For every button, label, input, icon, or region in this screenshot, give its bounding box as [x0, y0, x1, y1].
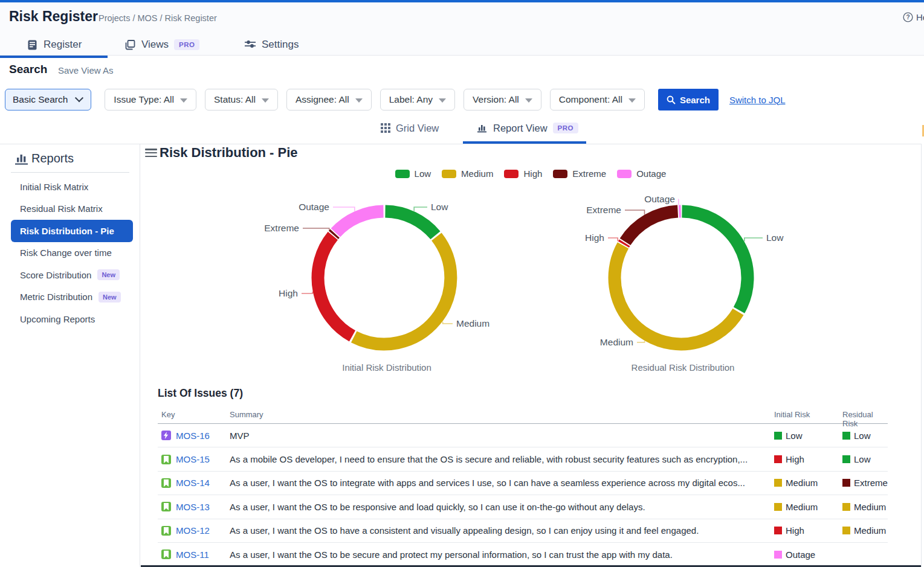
- basic-search-selector[interactable]: Basic Search: [5, 89, 91, 111]
- tab-views[interactable]: Views PRO: [124, 34, 199, 56]
- legend-label: Outage: [636, 168, 666, 179]
- risk-label: Low: [786, 431, 803, 441]
- filter-dropdown-label: Status: All: [214, 94, 256, 105]
- risk-swatch: [774, 455, 782, 463]
- risk-swatch: [842, 432, 850, 440]
- report-menu-icon[interactable]: [145, 149, 157, 158]
- sidebar-item-label: Risk Change over time: [20, 248, 112, 258]
- views-pro-badge: PRO: [174, 39, 199, 50]
- sidebar-item-risk-change-over-time[interactable]: Risk Change over time: [11, 242, 133, 264]
- sidebar-item-score-distribution[interactable]: Score DistributionNew: [11, 264, 133, 286]
- legend-swatch: [553, 170, 567, 178]
- filter-dropdown[interactable]: Issue Type: All: [105, 89, 196, 111]
- app-title: Risk Register: [9, 8, 98, 25]
- filter-dropdown[interactable]: Status: All: [205, 89, 278, 111]
- donut-segment-low[interactable]: [682, 211, 748, 310]
- issue-key-link[interactable]: MOS-13: [176, 502, 210, 512]
- tab-register[interactable]: Register: [27, 34, 82, 56]
- donut-segment-extreme[interactable]: [334, 234, 335, 235]
- label-leader-line: [637, 341, 645, 342]
- sidebar-item-initial-risk-matrix[interactable]: Initial Risk Matrix: [11, 176, 133, 198]
- risk-label: Low: [854, 431, 871, 441]
- donut-segment-high[interactable]: [624, 243, 625, 245]
- donut-segment-extreme[interactable]: [625, 211, 678, 242]
- residual-risk-cell: Low: [842, 447, 871, 470]
- key-cell: MOS-13: [161, 495, 210, 518]
- key-cell: MOS-12: [161, 519, 210, 542]
- legend-item-low[interactable]: Low: [395, 168, 431, 179]
- register-book-icon: [27, 39, 38, 51]
- key-cell: MOS-14: [161, 472, 210, 495]
- story-icon: [161, 478, 171, 488]
- page: Risk Register Projects / MOS / Risk Regi…: [0, 0, 924, 567]
- initial-risk-cell: Medium: [774, 472, 818, 495]
- filter-dropdown[interactable]: Label: Any: [380, 89, 455, 111]
- label-leader-line: [625, 210, 645, 214]
- initial-risk-donut-chart[interactable]: LowMediumHighExtremeOutage: [254, 192, 532, 361]
- caret-down-icon: [180, 98, 187, 103]
- donut-segment-medium[interactable]: [615, 245, 738, 344]
- issue-key-link[interactable]: MOS-16: [176, 431, 210, 441]
- filter-dropdown[interactable]: Assignee: All: [286, 89, 372, 111]
- tab-settings[interactable]: Settings: [244, 34, 299, 56]
- risk-label: Medium: [786, 502, 818, 512]
- new-badge: New: [97, 269, 120, 280]
- svg-text:?: ?: [906, 14, 909, 21]
- donut-segment-high[interactable]: [318, 236, 352, 336]
- save-view-as-link[interactable]: Save View As: [58, 65, 113, 75]
- sidebar-item-residual-risk-matrix[interactable]: Residual Risk Matrix: [11, 198, 133, 220]
- label-leader-line: [303, 228, 329, 230]
- reports-sidebar: Reports Initial Risk MatrixResidual Risk…: [0, 144, 140, 567]
- caret-down-icon: [262, 98, 269, 103]
- story-icon: [161, 549, 171, 559]
- help-button[interactable]: ? Help: [903, 12, 924, 22]
- legend-item-extreme[interactable]: Extreme: [553, 168, 606, 179]
- sidebar-item-label: Initial Risk Matrix: [20, 182, 88, 192]
- legend-item-outage[interactable]: Outage: [617, 168, 666, 179]
- list-of-issues-heading: List Of Issues (7): [158, 387, 243, 400]
- sidebar-item-risk-distribution-pie[interactable]: Risk Distribution - Pie: [11, 220, 133, 242]
- table-row: MOS-12As a user, I want the OS to have a…: [158, 519, 888, 543]
- donut-segment-low[interactable]: [386, 211, 436, 235]
- tab-settings-label: Settings: [262, 39, 299, 51]
- risk-label: Medium: [854, 525, 886, 536]
- segment-label-outage: Outage: [644, 194, 675, 204]
- summary-cell: MVP: [230, 424, 764, 447]
- label-leader-line: [443, 322, 453, 324]
- legend-item-high[interactable]: High: [504, 168, 542, 179]
- breadcrumb[interactable]: Projects / MOS / Risk Register: [99, 13, 217, 23]
- issue-key-link[interactable]: MOS-11: [176, 549, 209, 560]
- switch-to-jql-link[interactable]: Switch to JQL: [729, 95, 786, 105]
- tab-grid-view[interactable]: Grid View: [381, 118, 439, 138]
- donut-segment-outage[interactable]: [335, 211, 383, 232]
- basic-search-label: Basic Search: [13, 94, 68, 105]
- legend-label: High: [523, 168, 542, 179]
- column-header-summary: Summary: [230, 410, 263, 419]
- active-tab-underline: [0, 56, 108, 58]
- segment-label-high: High: [279, 288, 298, 298]
- risk-swatch: [842, 455, 850, 463]
- segment-label-low: Low: [431, 202, 448, 212]
- reports-heading: Reports: [31, 152, 74, 165]
- legend-swatch: [504, 170, 519, 178]
- tab-grid-view-label: Grid View: [396, 123, 439, 134]
- legend-swatch: [617, 170, 632, 178]
- donut-segment-medium[interactable]: [354, 237, 451, 344]
- legend-swatch: [442, 170, 456, 178]
- summary-cell: As a user, I want the OS to integrate wi…: [230, 472, 764, 495]
- risk-label: Extreme: [854, 478, 888, 488]
- issue-key-link[interactable]: MOS-14: [176, 478, 210, 488]
- residual-risk-donut-chart[interactable]: LowMediumHighExtremeOutage: [544, 192, 822, 361]
- filter-dropdown[interactable]: Component: All: [550, 89, 645, 111]
- sidebar-item-upcoming-reports[interactable]: Upcoming Reports: [11, 308, 133, 330]
- search-button[interactable]: Search: [658, 89, 719, 111]
- help-label: Help: [916, 12, 924, 22]
- issue-key-link[interactable]: MOS-15: [176, 454, 210, 464]
- views-windows-icon: [124, 39, 136, 51]
- legend-item-medium[interactable]: Medium: [442, 168, 493, 179]
- tab-report-view[interactable]: Report View PRO: [477, 118, 578, 138]
- sidebar-item-metric-distribution[interactable]: Metric DistributionNew: [11, 286, 133, 309]
- issue-key-link[interactable]: MOS-12: [176, 525, 210, 536]
- issues-table: Key Summary Initial Risk Residual Risk M…: [158, 406, 888, 566]
- filter-dropdown[interactable]: Version: All: [464, 89, 541, 111]
